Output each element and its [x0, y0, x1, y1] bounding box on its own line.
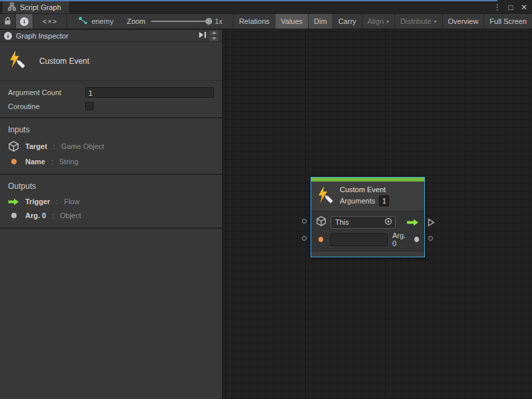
graph-inspector-panel: i Graph Inspector	[0, 30, 223, 399]
port-type: Game Object	[61, 142, 104, 150]
flow-arrow-icon	[8, 198, 19, 205]
arg0-input[interactable]	[330, 233, 388, 246]
scroll-up-button[interactable]	[209, 31, 218, 35]
node-arguments-row: Arguments 1	[340, 196, 389, 206]
tab-title: Script Graph	[20, 3, 61, 11]
target-select[interactable]: This	[331, 216, 396, 229]
port-name: Name	[25, 158, 45, 166]
chevron-down-icon: ▾	[434, 19, 437, 25]
port-type: String	[59, 158, 78, 166]
coroutine-checkbox[interactable]	[85, 102, 94, 110]
gray-dot-icon	[11, 213, 17, 218]
flow-arrow-icon	[406, 219, 419, 226]
port-separator: :	[51, 158, 53, 166]
toolbar-button-relations[interactable]: Relations	[233, 14, 275, 29]
button-label: Full Screen	[489, 17, 527, 25]
graph-toolbar: i <×> enemy Zoom 1x Relations	[0, 13, 532, 29]
graph-breadcrumb[interactable]: enemy	[72, 14, 120, 29]
unit-header: Custom Event	[0, 42, 222, 81]
code-icon: <×>	[43, 17, 57, 25]
button-label: Relations	[239, 17, 269, 25]
toolbar-button-align[interactable]: Align ▾	[362, 14, 395, 29]
zoom-control: Zoom 1x	[120, 14, 229, 29]
zoom-slider-handle[interactable]	[205, 18, 212, 25]
orange-dot-icon	[11, 159, 17, 164]
node-footer	[311, 251, 424, 257]
graph-canvas[interactable]: Custom Event Arguments 1	[223, 30, 532, 399]
input-port-target-connector[interactable]	[302, 219, 307, 223]
node-header[interactable]: Custom Event Arguments 1	[311, 182, 424, 211]
coroutine-label: Coroutine	[8, 102, 85, 110]
window-menu-icon[interactable]: ⋮	[492, 2, 503, 13]
triangle-down-icon	[212, 37, 216, 40]
zoom-slider[interactable]	[151, 21, 209, 22]
info-icon: i	[20, 17, 29, 26]
chevron-down-icon: ▾	[386, 19, 389, 25]
input-port-name: Name : String	[8, 158, 214, 166]
target-select-value: This	[335, 218, 384, 226]
title-bar: Script Graph ⋮ □ ✕	[0, 1, 532, 13]
output-port-arg0-connector[interactable]	[428, 236, 433, 241]
button-label: Overview	[448, 17, 479, 25]
cube-icon	[317, 216, 326, 229]
arg0-label: Arg. 0	[392, 231, 410, 247]
node-row-target: This	[317, 215, 419, 229]
argument-count-field[interactable]: 1	[85, 87, 214, 98]
port-separator: :	[53, 142, 55, 150]
button-label: Values	[281, 17, 303, 25]
arguments-field[interactable]: 1	[379, 196, 389, 206]
dock-panel-icon[interactable]	[198, 31, 207, 40]
port-name: Trigger	[25, 198, 50, 205]
string-port-icon	[8, 159, 19, 164]
inputs-heading: Inputs	[8, 125, 214, 134]
custom-event-icon	[317, 186, 334, 206]
node-row-arg0: Arg. 0	[317, 233, 419, 246]
arguments-label: Arguments	[340, 197, 375, 205]
port-name: Target	[25, 142, 47, 150]
zoom-label: Zoom	[127, 17, 146, 25]
toolbar-button-fullscreen[interactable]: Full Screen	[484, 14, 532, 29]
node-body: This	[311, 211, 424, 250]
scroll-down-button[interactable]	[209, 37, 218, 41]
port-separator: :	[56, 198, 58, 205]
graph-inspector-header: i Graph Inspector	[0, 30, 222, 42]
triangle-up-icon	[212, 31, 216, 34]
output-port-arg0: Arg. 0 : Object	[8, 211, 214, 219]
cube-icon	[8, 141, 19, 152]
custom-event-node-wrapper: Custom Event Arguments 1	[311, 177, 425, 257]
panel-header-controls	[198, 31, 218, 41]
unit-title: Custom Event	[39, 57, 89, 66]
object-port-icon	[8, 213, 19, 218]
input-port-target: Target : Game Object	[8, 141, 214, 152]
output-port-trigger-connector[interactable]	[428, 217, 435, 229]
toolbar-button-overview[interactable]: Overview	[443, 14, 485, 29]
port-type: Object	[60, 211, 81, 219]
toolbar-button-distribute[interactable]: Distribute ▾	[395, 14, 442, 29]
graph-asset-icon	[78, 17, 88, 26]
input-port-name-connector[interactable]	[302, 236, 307, 241]
toolbar-button-values[interactable]: Values	[275, 14, 309, 29]
button-label: Distribute	[400, 17, 431, 25]
custom-event-node[interactable]: Custom Event Arguments 1	[311, 177, 425, 257]
inspector-toggle-button[interactable]: i	[16, 14, 33, 29]
gray-dot-icon	[414, 237, 419, 242]
outputs-heading: Outputs	[8, 182, 214, 191]
outputs-section: Outputs Trigger : Flow Arg. 0 : Object	[0, 175, 222, 229]
maximize-icon[interactable]: □	[505, 2, 516, 13]
code-view-button[interactable]: <×>	[33, 14, 67, 29]
script-graph-window: Script Graph ⋮ □ ✕ i <×>	[0, 0, 532, 399]
node-title: Custom Event	[340, 186, 389, 194]
port-name: Arg. 0	[25, 211, 46, 219]
toolbar-button-dim[interactable]: Dim	[309, 14, 333, 29]
script-graph-icon	[8, 3, 16, 12]
tab-script-graph[interactable]: Script Graph	[3, 1, 69, 13]
button-label: Dim	[314, 17, 327, 25]
orange-dot-icon	[319, 237, 323, 242]
crosshair-icon	[384, 217, 392, 227]
custom-event-icon	[8, 51, 26, 71]
lock-button[interactable]	[0, 14, 16, 29]
argument-count-row: Argument Count 1	[8, 87, 214, 98]
lock-icon	[4, 17, 11, 27]
close-icon[interactable]: ✕	[519, 2, 529, 13]
toolbar-button-carry[interactable]: Carry	[333, 14, 362, 29]
